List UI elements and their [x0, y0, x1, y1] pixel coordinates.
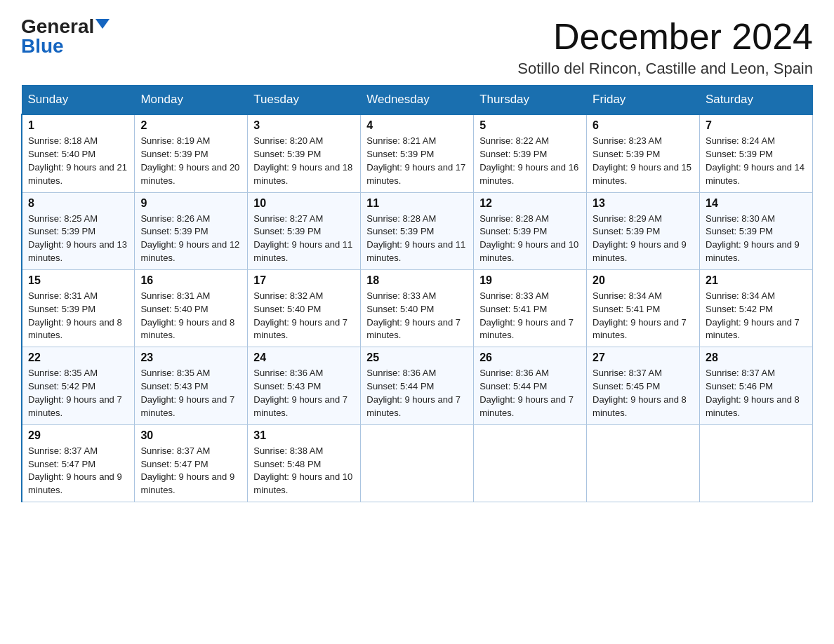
day-info: Sunrise: 8:37 AMSunset: 5:47 PMDaylight:… [28, 445, 128, 497]
day-number: 12 [479, 197, 581, 210]
day-cell: 30Sunrise: 8:37 AMSunset: 5:47 PMDayligh… [135, 424, 248, 502]
day-number: 22 [28, 351, 128, 364]
day-info: Sunrise: 8:37 AMSunset: 5:45 PMDaylight:… [593, 367, 694, 420]
day-info: Sunrise: 8:36 AMSunset: 5:43 PMDaylight:… [253, 367, 355, 420]
day-info: Sunrise: 8:36 AMSunset: 5:44 PMDaylight:… [366, 367, 468, 420]
day-number: 6 [593, 119, 694, 132]
day-cell: 8Sunrise: 8:25 AMSunset: 5:39 PMDaylight… [22, 192, 135, 269]
day-cell: 27Sunrise: 8:37 AMSunset: 5:45 PMDayligh… [587, 347, 700, 424]
day-cell: 29Sunrise: 8:37 AMSunset: 5:47 PMDayligh… [22, 424, 135, 502]
day-number: 18 [366, 274, 468, 287]
day-number: 24 [253, 351, 355, 364]
calendar-header: SundayMondayTuesdayWednesdayThursdayFrid… [22, 86, 813, 115]
day-number: 26 [479, 351, 581, 364]
day-cell: 15Sunrise: 8:31 AMSunset: 5:39 PMDayligh… [22, 269, 135, 347]
day-cell [700, 424, 813, 502]
day-info: Sunrise: 8:33 AMSunset: 5:41 PMDaylight:… [479, 290, 581, 342]
day-cell: 16Sunrise: 8:31 AMSunset: 5:40 PMDayligh… [135, 269, 248, 347]
day-cell: 12Sunrise: 8:28 AMSunset: 5:39 PMDayligh… [474, 192, 587, 269]
day-number: 25 [366, 351, 468, 364]
header-cell-monday: Monday [135, 86, 248, 115]
day-cell: 20Sunrise: 8:34 AMSunset: 5:41 PMDayligh… [587, 269, 700, 347]
day-cell: 17Sunrise: 8:32 AMSunset: 5:40 PMDayligh… [248, 269, 361, 347]
day-number: 16 [140, 274, 241, 287]
day-number: 27 [593, 351, 694, 364]
week-row-1: 1Sunrise: 8:18 AMSunset: 5:40 PMDaylight… [22, 114, 813, 192]
day-info: Sunrise: 8:18 AMSunset: 5:40 PMDaylight:… [28, 135, 128, 187]
day-cell: 4Sunrise: 8:21 AMSunset: 5:39 PMDaylight… [361, 114, 474, 192]
day-cell: 5Sunrise: 8:22 AMSunset: 5:39 PMDaylight… [474, 114, 587, 192]
day-info: Sunrise: 8:31 AMSunset: 5:40 PMDaylight:… [140, 290, 241, 342]
day-info: Sunrise: 8:32 AMSunset: 5:40 PMDaylight:… [253, 290, 355, 342]
day-cell: 1Sunrise: 8:18 AMSunset: 5:40 PMDaylight… [22, 114, 135, 192]
day-cell: 7Sunrise: 8:24 AMSunset: 5:39 PMDaylight… [700, 114, 813, 192]
day-number: 8 [28, 197, 128, 210]
logo-blue-text: Blue [21, 36, 64, 56]
day-cell: 25Sunrise: 8:36 AMSunset: 5:44 PMDayligh… [361, 347, 474, 424]
day-number: 9 [140, 197, 241, 210]
header-cell-friday: Friday [587, 86, 700, 115]
header-cell-thursday: Thursday [474, 86, 587, 115]
day-number: 3 [253, 119, 355, 132]
day-info: Sunrise: 8:38 AMSunset: 5:48 PMDaylight:… [253, 445, 355, 497]
day-info: Sunrise: 8:24 AMSunset: 5:39 PMDaylight:… [706, 135, 807, 187]
day-cell: 13Sunrise: 8:29 AMSunset: 5:39 PMDayligh… [587, 192, 700, 269]
title-area: December 2024 Sotillo del Rincon, Castil… [517, 17, 813, 78]
day-cell: 14Sunrise: 8:30 AMSunset: 5:39 PMDayligh… [700, 192, 813, 269]
day-info: Sunrise: 8:20 AMSunset: 5:39 PMDaylight:… [253, 135, 355, 187]
day-cell [587, 424, 700, 502]
day-number: 11 [366, 197, 468, 210]
day-number: 17 [253, 274, 355, 287]
logo-triangle-icon [95, 19, 110, 29]
day-cell: 11Sunrise: 8:28 AMSunset: 5:39 PMDayligh… [361, 192, 474, 269]
day-cell: 3Sunrise: 8:20 AMSunset: 5:39 PMDaylight… [248, 114, 361, 192]
day-cell [361, 424, 474, 502]
day-cell: 19Sunrise: 8:33 AMSunset: 5:41 PMDayligh… [474, 269, 587, 347]
day-cell: 28Sunrise: 8:37 AMSunset: 5:46 PMDayligh… [700, 347, 813, 424]
day-info: Sunrise: 8:19 AMSunset: 5:39 PMDaylight:… [140, 135, 241, 187]
day-number: 20 [593, 274, 694, 287]
day-info: Sunrise: 8:34 AMSunset: 5:41 PMDaylight:… [593, 290, 694, 342]
calendar-subtitle: Sotillo del Rincon, Castille and Leon, S… [517, 60, 813, 78]
day-number: 28 [706, 351, 807, 364]
day-cell: 22Sunrise: 8:35 AMSunset: 5:42 PMDayligh… [22, 347, 135, 424]
day-number: 23 [140, 351, 241, 364]
day-cell: 21Sunrise: 8:34 AMSunset: 5:42 PMDayligh… [700, 269, 813, 347]
header-cell-sunday: Sunday [22, 86, 135, 115]
day-info: Sunrise: 8:22 AMSunset: 5:39 PMDaylight:… [479, 135, 581, 187]
day-number: 7 [706, 119, 807, 132]
week-row-5: 29Sunrise: 8:37 AMSunset: 5:47 PMDayligh… [22, 424, 813, 502]
header-cell-wednesday: Wednesday [361, 86, 474, 115]
day-number: 15 [28, 274, 128, 287]
day-cell: 10Sunrise: 8:27 AMSunset: 5:39 PMDayligh… [248, 192, 361, 269]
day-info: Sunrise: 8:29 AMSunset: 5:39 PMDaylight:… [593, 213, 694, 265]
logo: General Blue [21, 17, 110, 56]
day-info: Sunrise: 8:23 AMSunset: 5:39 PMDaylight:… [593, 135, 694, 187]
day-cell: 18Sunrise: 8:33 AMSunset: 5:40 PMDayligh… [361, 269, 474, 347]
day-info: Sunrise: 8:31 AMSunset: 5:39 PMDaylight:… [28, 290, 128, 342]
day-number: 5 [479, 119, 581, 132]
day-cell: 9Sunrise: 8:26 AMSunset: 5:39 PMDaylight… [135, 192, 248, 269]
calendar-title: December 2024 [517, 17, 813, 57]
day-number: 2 [140, 119, 241, 132]
day-number: 30 [140, 429, 241, 442]
header-cell-tuesday: Tuesday [248, 86, 361, 115]
day-number: 13 [593, 197, 694, 210]
day-info: Sunrise: 8:35 AMSunset: 5:43 PMDaylight:… [140, 367, 241, 420]
day-number: 10 [253, 197, 355, 210]
day-cell: 24Sunrise: 8:36 AMSunset: 5:43 PMDayligh… [248, 347, 361, 424]
day-info: Sunrise: 8:35 AMSunset: 5:42 PMDaylight:… [28, 367, 128, 420]
page-header: General Blue December 2024 Sotillo del R… [21, 17, 813, 78]
day-info: Sunrise: 8:27 AMSunset: 5:39 PMDaylight:… [253, 213, 355, 265]
day-info: Sunrise: 8:21 AMSunset: 5:39 PMDaylight:… [366, 135, 468, 187]
header-cell-saturday: Saturday [700, 86, 813, 115]
header-row: SundayMondayTuesdayWednesdayThursdayFrid… [22, 86, 813, 115]
calendar-table: SundayMondayTuesdayWednesdayThursdayFrid… [21, 85, 813, 502]
day-number: 4 [366, 119, 468, 132]
day-cell: 26Sunrise: 8:36 AMSunset: 5:44 PMDayligh… [474, 347, 587, 424]
day-info: Sunrise: 8:37 AMSunset: 5:47 PMDaylight:… [140, 445, 241, 497]
day-info: Sunrise: 8:25 AMSunset: 5:39 PMDaylight:… [28, 213, 128, 265]
day-info: Sunrise: 8:30 AMSunset: 5:39 PMDaylight:… [706, 213, 807, 265]
day-info: Sunrise: 8:37 AMSunset: 5:46 PMDaylight:… [706, 367, 807, 420]
day-cell: 31Sunrise: 8:38 AMSunset: 5:48 PMDayligh… [248, 424, 361, 502]
